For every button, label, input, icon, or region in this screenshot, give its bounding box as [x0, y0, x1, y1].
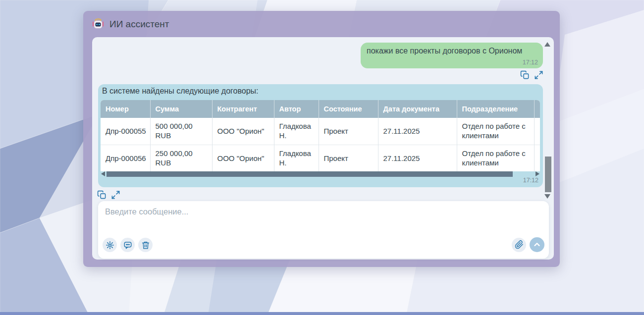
table-cell: ООО "Орион"	[212, 145, 274, 172]
vertical-scrollbar-thumb[interactable]	[545, 157, 551, 192]
contracts-table-head-row: НомерСуммаКонтрагентАвторСостояниеДата д…	[101, 100, 540, 118]
column-header-empty	[534, 100, 540, 118]
expand-icon[interactable]	[111, 190, 120, 200]
column-header: Номер	[101, 100, 150, 118]
assistant-message-bubble: В системе найдены следующие договоры: Но…	[98, 84, 543, 187]
robot-icon	[92, 18, 105, 31]
settings-button[interactable]	[103, 238, 117, 252]
copy-icon[interactable]	[520, 70, 530, 80]
clear-chat-button[interactable]	[138, 238, 153, 252]
table-cell: Отдел по работе с клиентами	[457, 145, 534, 172]
user-message-time: 17:12	[523, 59, 538, 66]
trash-icon	[141, 241, 150, 250]
contracts-table-body: Дпр-000055500 000,00 RUBООО "Орион"Гладк…	[101, 118, 540, 171]
chat-area: покажи все проекты договоров с Орионом 1…	[92, 37, 554, 260]
table-cell: Проект	[319, 145, 378, 172]
table-cell: 27.11.2025	[378, 118, 457, 145]
column-header: Дата документа	[378, 100, 457, 118]
horizontal-scrollbar-thumb[interactable]	[107, 171, 513, 177]
input-toolbar-right	[512, 237, 544, 252]
scroll-left-arrow-icon[interactable]	[101, 171, 105, 176]
expand-icon[interactable]	[534, 70, 543, 80]
paperclip-icon	[515, 240, 524, 249]
table-cell: ООО "Орион"	[212, 118, 274, 145]
assistant-message-text: В системе найдены следующие договоры:	[102, 87, 258, 96]
input-toolbar-left	[103, 238, 153, 252]
page-title: ИИ ассистент	[109, 19, 169, 30]
dialog-button[interactable]	[120, 238, 135, 252]
message-input-box	[98, 201, 549, 259]
table-cell: 27.11.2025	[378, 145, 457, 172]
column-header: Подразделение	[457, 100, 534, 118]
column-header: Сумма	[150, 100, 212, 118]
assistant-message-time: 17:12	[523, 177, 538, 184]
user-message-text: покажи все проекты договоров с Орионом	[361, 43, 543, 55]
scroll-down-arrow-icon[interactable]	[544, 194, 550, 199]
column-header: Контрагент	[212, 100, 274, 118]
table-cell: Гладкова Н.	[274, 118, 319, 145]
table-cell-empty	[534, 145, 540, 172]
message-input[interactable]	[101, 203, 548, 240]
table-cell: 500 000,00 RUB	[150, 118, 212, 145]
gear-icon	[106, 241, 114, 250]
copy-icon[interactable]	[97, 190, 107, 200]
table-cell-empty	[534, 118, 540, 145]
ai-assistant-window: ИИ ассистент покажи все проекты договоро…	[83, 11, 560, 267]
user-message-actions	[520, 70, 543, 80]
table-row[interactable]: Дпр-000056250 000,00 RUBООО "Орион"Гладк…	[101, 145, 540, 172]
attach-file-button[interactable]	[512, 238, 526, 252]
table-cell: Дпр-000056	[101, 145, 150, 172]
user-message-bubble: покажи все проекты договоров с Орионом 1…	[361, 43, 543, 68]
table-horizontal-scrollbar	[101, 171, 540, 177]
assistant-message-actions	[97, 190, 120, 200]
scroll-up-arrow-icon[interactable]	[544, 42, 550, 47]
bottom-accent-bar	[0, 312, 644, 315]
contracts-table: НомерСуммаКонтрагентАвторСостояниеДата д…	[101, 100, 540, 171]
chat-bubble-icon	[123, 241, 132, 250]
table-cell: Проект	[319, 118, 378, 145]
table-cell: Отдел по работе с клиентами	[457, 118, 534, 145]
window-header: ИИ ассистент	[92, 11, 169, 37]
contracts-table-viewport: НомерСуммаКонтрагентАвторСостояниеДата д…	[101, 100, 540, 171]
chevron-up-icon	[533, 240, 541, 249]
table-cell: Дпр-000055	[101, 118, 150, 145]
screen: ИИ ассистент покажи все проекты договоро…	[0, 0, 644, 315]
table-row[interactable]: Дпр-000055500 000,00 RUBООО "Орион"Гладк…	[101, 118, 540, 145]
scroll-right-arrow-icon[interactable]	[536, 171, 539, 176]
send-button[interactable]	[530, 237, 544, 252]
table-cell: 250 000,00 RUB	[150, 145, 212, 172]
column-header: Автор	[274, 100, 319, 118]
table-cell: Гладкова Н.	[274, 145, 319, 172]
column-header: Состояние	[319, 100, 378, 118]
